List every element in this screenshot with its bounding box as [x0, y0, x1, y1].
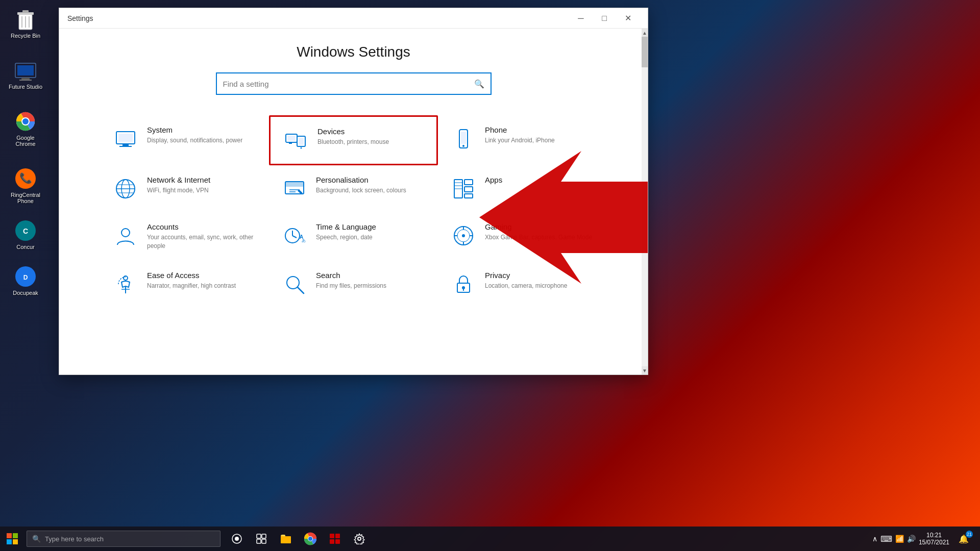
svg-point-49 [121, 229, 130, 237]
network-title: Network & Internet [147, 176, 210, 184]
search-settings-icon [281, 271, 308, 297]
settings-item-network[interactable]: Network & Internet WiFi, flight mode, VP… [100, 165, 269, 212]
personalisation-desc: Background, lock screen, colours [316, 186, 406, 195]
svg-line-52 [292, 236, 297, 238]
svg-point-84 [308, 537, 312, 541]
svg-point-12 [22, 118, 29, 124]
recycle-bin-label: Recycle Bin [11, 33, 40, 39]
svg-rect-24 [287, 136, 296, 141]
settings-item-phone[interactable]: Phone Link your Android, iPhone [438, 115, 607, 165]
devices-title: Devices [317, 127, 389, 136]
start-button[interactable] [0, 527, 24, 551]
system-title: System [147, 126, 242, 134]
taskbar-volume-icon[interactable]: 🔊 [907, 535, 916, 543]
svg-rect-87 [330, 539, 334, 544]
file-explorer-button[interactable] [275, 528, 297, 550]
accounts-desc: Your accounts, email, sync, work, other … [147, 233, 257, 251]
chrome-taskbar-button[interactable] [299, 528, 322, 550]
taskbar-search-placeholder: Type here to search [45, 535, 104, 543]
phone-title: Phone [485, 126, 555, 134]
search-container: 🔍 [100, 72, 607, 95]
future-studio-label: Future Studio [9, 84, 42, 90]
search-desc: Find my files, permissions [316, 282, 386, 290]
recycle-bin-icon[interactable]: Recycle Bin [5, 5, 46, 41]
settings-item-time[interactable]: A あ Time & Language Speech, region, date [269, 212, 438, 261]
network-icon [112, 176, 139, 202]
red-app-button[interactable] [324, 528, 346, 550]
devices-desc: Bluetooth, printers, mouse [317, 138, 389, 146]
scrollbar-thumb[interactable] [642, 37, 648, 67]
privacy-icon [450, 271, 477, 297]
svg-point-76 [235, 537, 239, 541]
taskbar-clock[interactable]: 10:21 15/07/2021 [919, 532, 949, 546]
taskbar-right: ∧ ⌨ 📶 🔊 10:21 15/07/2021 🔔 21 [872, 528, 980, 550]
settings-item-gaming[interactable]: Gaming Xbox Game Bar, captures, Game Mod… [438, 212, 607, 261]
gaming-title: Gaming [485, 222, 592, 231]
settings-grid: System Display, sound, notifications, po… [100, 115, 607, 308]
svg-text:📞: 📞 [19, 172, 32, 184]
svg-rect-28 [289, 142, 292, 144]
devices-icon [283, 127, 309, 154]
settings-page-title: Windows Settings [100, 44, 607, 60]
svg-rect-72 [13, 533, 18, 538]
svg-rect-9 [19, 80, 32, 81]
future-studio-icon[interactable]: Future Studio [5, 56, 46, 92]
svg-rect-74 [13, 539, 18, 544]
network-desc: WiFi, flight mode, VPN [147, 186, 210, 195]
close-button[interactable]: ✕ [616, 10, 640, 27]
ease-icon [112, 271, 139, 297]
google-chrome-desktop-icon[interactable]: Google Chrome [5, 107, 46, 149]
desktop: Recycle Bin Future Studio [0, 0, 980, 551]
settings-item-accounts[interactable]: Accounts Your accounts, email, sync, wor… [100, 212, 269, 261]
time-desc: Speech, region, date [316, 233, 376, 242]
gaming-desc: Xbox Game Bar, captures, Game Mode [485, 233, 592, 242]
search-box[interactable]: 🔍 [216, 72, 492, 95]
taskbar-search-icon: 🔍 [32, 535, 41, 543]
ringcentral-icon[interactable]: 📞 RingCentral Phone [5, 164, 46, 206]
docupeak-label: Docupeak [13, 290, 38, 296]
scrollbar-down-arrow[interactable]: ▼ [642, 366, 648, 374]
settings-item-personalisation[interactable]: Personalisation Background, lock screen,… [269, 165, 438, 212]
settings-item-apps[interactable]: Apps [438, 165, 607, 212]
docupeak-icon[interactable]: D Docupeak [5, 262, 46, 298]
svg-point-89 [358, 537, 361, 540]
window-titlebar: Settings ─ □ ✕ [59, 8, 648, 29]
settings-item-devices[interactable]: Devices Bluetooth, printers, mouse [269, 115, 438, 165]
svg-text:D: D [23, 274, 28, 281]
notification-center-button[interactable]: 🔔 21 [952, 528, 975, 550]
svg-rect-20 [118, 134, 133, 142]
svg-rect-38 [285, 182, 304, 187]
taskbar-view-button[interactable] [250, 528, 273, 550]
task-view-button[interactable] [226, 528, 248, 550]
maximize-button[interactable]: □ [593, 10, 616, 27]
chevron-up-icon[interactable]: ∧ [872, 535, 877, 543]
settings-item-ease[interactable]: Ease of Access Narrator, magnifier, high… [100, 261, 269, 308]
settings-item-privacy[interactable]: Privacy Location, camera, microphone [438, 261, 607, 308]
window-scrollbar[interactable]: ▲ ▼ [642, 29, 648, 374]
svg-rect-88 [335, 539, 340, 544]
privacy-title: Privacy [485, 271, 567, 280]
svg-rect-2 [22, 10, 29, 13]
settings-item-system[interactable]: System Display, sound, notifications, po… [100, 115, 269, 165]
personalisation-icon [281, 176, 308, 202]
svg-rect-81 [281, 536, 291, 543]
svg-rect-47 [464, 187, 473, 192]
taskbar-search[interactable]: 🔍 Type here to search [27, 531, 220, 547]
window-title: Settings [67, 14, 93, 22]
minimize-button[interactable]: ─ [569, 10, 593, 27]
svg-rect-78 [262, 534, 266, 538]
settings-taskbar-button[interactable] [348, 528, 371, 550]
svg-rect-22 [119, 146, 132, 147]
find-setting-input[interactable] [223, 80, 474, 88]
settings-item-search[interactable]: Search Find my files, permissions [269, 261, 438, 308]
svg-point-61 [462, 234, 465, 237]
svg-rect-80 [262, 539, 266, 543]
svg-rect-8 [21, 78, 30, 80]
scrollbar-up-arrow[interactable]: ▲ [642, 29, 648, 37]
concur-icon[interactable]: C Concur [5, 216, 46, 252]
search-button[interactable]: 🔍 [474, 79, 484, 89]
svg-rect-26 [299, 138, 304, 145]
ease-desc: Narrator, magnifier, high contrast [147, 282, 236, 290]
settings-window: Settings ─ □ ✕ Windows Settings 🔍 [59, 8, 648, 375]
svg-point-27 [301, 147, 302, 149]
